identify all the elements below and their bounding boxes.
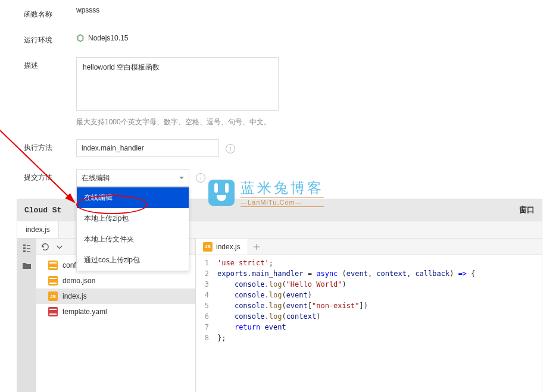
dropdown-item[interactable]: 在线编辑 (77, 187, 189, 208)
code-tab-label: index.js (216, 243, 241, 251)
fn-name-label: 函数名称 (24, 6, 76, 20)
file-name: template.yaml (63, 308, 107, 316)
submit-method-dropdown: 在线编辑本地上传zip包本地上传文件夹通过cos上传zip包 (76, 187, 189, 271)
json-icon (48, 276, 58, 286)
folder-icon[interactable] (22, 261, 32, 271)
code-tab[interactable]: JS index.js (196, 239, 248, 255)
refresh-icon[interactable] (41, 243, 49, 251)
info-icon[interactable]: i (196, 173, 205, 183)
editor-title: Cloud St (24, 206, 61, 215)
submit-method-select[interactable]: 在线编辑 (76, 169, 189, 187)
file-name: demo.json (63, 277, 95, 285)
file-item[interactable]: demo.json (36, 273, 195, 288)
code-content[interactable]: 'use strict';exports.main_handler = asyn… (213, 255, 542, 392)
handler-input[interactable] (76, 139, 219, 157)
desc-hint: 最大支持1000个英文字母、数字、空格、逗号、句号、中文。 (76, 117, 535, 127)
description-textarea[interactable]: helloworld 空白模板函数 (76, 57, 279, 111)
js-icon: JS (48, 291, 58, 301)
runtime-value: Nodejs10.15 (88, 34, 128, 42)
editor-title-right: 窗口 (519, 205, 535, 215)
sub-tab[interactable]: index.js (17, 221, 59, 238)
js-icon: JS (203, 242, 213, 252)
desc-label: 描述 (24, 57, 76, 71)
fn-name-value: wpssss (76, 6, 535, 14)
submit-method-label: 提交方法 (24, 169, 76, 183)
chevron-down-icon[interactable] (55, 243, 64, 251)
yaml-icon (48, 307, 58, 316)
handler-label: 执行方法 (24, 139, 76, 153)
add-tab-button[interactable] (248, 239, 265, 255)
json-icon (48, 261, 58, 270)
file-item[interactable]: template.yaml (36, 304, 195, 319)
info-icon[interactable]: i (226, 144, 235, 153)
nodejs-icon (76, 34, 85, 42)
file-item[interactable]: JSindex.js (36, 288, 195, 304)
dropdown-item[interactable]: 本地上传文件夹 (77, 229, 189, 250)
dropdown-item[interactable]: 本地上传zip包 (77, 208, 189, 229)
dropdown-item[interactable]: 通过cos上传zip包 (77, 250, 189, 271)
line-gutter: 12345678 (196, 255, 213, 392)
runtime-label: 运行环境 (24, 32, 76, 45)
tree-icon[interactable] (22, 243, 32, 253)
file-name: index.js (63, 292, 87, 300)
